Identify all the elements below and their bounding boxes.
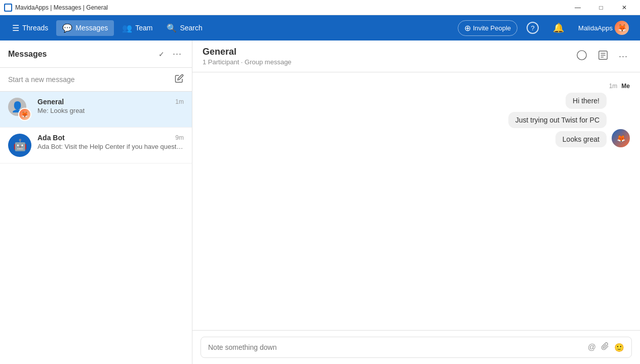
avatar-stack-general: 👤 🦊 <box>8 98 31 121</box>
main-layout: Messages ✓ ··· Start a new message 👤 🦊 <box>0 41 640 364</box>
message-bubble-3: Looks great <box>555 131 607 147</box>
conv-time-ada-bot: 9m <box>175 134 184 141</box>
title-bar-left: MavidaApps | Messages | General <box>4 4 108 12</box>
more-options-icon[interactable]: ··· <box>171 47 184 61</box>
sidebar-header-actions: ✓ ··· <box>156 47 184 61</box>
conv-name-general: General <box>37 98 64 106</box>
threads-icon: ☰ <box>12 23 19 33</box>
nav-right: ⊕ Invite People ? 🔔 MalidaApps 🦊 <box>458 18 634 38</box>
plus-icon: ⊕ <box>464 23 471 33</box>
new-message-row[interactable]: Start a new message <box>0 68 192 92</box>
title-bar: MavidaApps | Messages | General — □ ✕ <box>0 0 640 15</box>
user-avatar: 🦊 <box>615 21 629 35</box>
nav-label-team: Team <box>135 24 152 32</box>
nav-item-search[interactable]: 🔍 Search <box>161 20 208 36</box>
compose-icon <box>175 74 184 85</box>
user-avatar-chat: 🦊 <box>612 129 630 147</box>
chat-input-area: @ 🙂 <box>192 330 640 364</box>
nav-item-threads[interactable]: ☰ Threads <box>6 20 54 36</box>
message-input-box: @ 🙂 <box>201 337 632 358</box>
conv-preview-general: Me: Looks great <box>37 107 184 114</box>
help-icon: ? <box>527 22 539 34</box>
sidebar: Messages ✓ ··· Start a new message 👤 🦊 <box>0 41 192 364</box>
emoji-icon[interactable]: 🙂 <box>614 343 624 352</box>
title-bar-controls: — □ ✕ <box>566 0 636 15</box>
avatar-sub-general: 🦊 <box>18 108 31 121</box>
minimize-button[interactable]: — <box>566 0 589 15</box>
notifications-button[interactable]: 🔔 <box>548 19 569 36</box>
bell-icon: 🔔 <box>553 22 564 33</box>
messages-area: 1m Me Hi there! Just trying out Twist fo… <box>192 72 640 330</box>
chat-subtitle: 1 Participant · Group message <box>203 58 292 66</box>
window-title: MavidaApps | Messages | General <box>15 4 108 11</box>
team-icon: 👥 <box>122 23 132 33</box>
conv-preview-ada-bot: Ada Bot: Visit the Help Center if you ha… <box>37 143 184 150</box>
attachment-icon[interactable] <box>601 342 609 352</box>
chat-title: General <box>203 47 292 57</box>
message-sender: Me <box>621 83 630 90</box>
chat-header-left: General 1 Participant · Group message <box>203 47 292 66</box>
messages-list: Hi there! Just trying out Twist for PC L… <box>508 93 607 147</box>
nav-label-search: Search <box>180 24 202 32</box>
mark-read-icon[interactable]: ✓ <box>156 48 167 60</box>
username-label: MalidaApps <box>578 24 613 32</box>
nav-label-messages: Messages <box>75 24 108 32</box>
conversation-item-ada-bot[interactable]: 🤖 Ada Bot 9m Ada Bot: Visit the Help Cen… <box>0 128 192 164</box>
conv-name-ada-bot: Ada Bot <box>37 134 65 142</box>
search-icon: 🔍 <box>167 23 177 33</box>
message-bubble-2: Just trying out Twist for PC <box>508 112 607 128</box>
invite-people-label: Invite People <box>473 24 511 32</box>
conversation-item-general[interactable]: 👤 🦊 General 1m Me: Looks great <box>0 92 192 128</box>
message-meta: 1m Me <box>609 83 630 90</box>
participants-icon[interactable] <box>574 48 589 65</box>
mention-icon[interactable]: @ <box>588 343 596 352</box>
message-group-me: 1m Me Hi there! Just trying out Twist fo… <box>203 83 630 147</box>
nav-bar: ☰ Threads 💬 Messages 👥 Team 🔍 Search ⊕ I… <box>0 15 640 41</box>
message-bubble-1: Hi there! <box>566 93 607 109</box>
conv-info-general: General 1m Me: Looks great <box>37 98 184 114</box>
conv-top-ada-bot: Ada Bot 9m <box>37 134 184 142</box>
maximize-button[interactable]: □ <box>589 0 613 15</box>
new-message-placeholder: Start a new message <box>8 75 75 84</box>
nav-item-team[interactable]: 👥 Team <box>116 20 158 36</box>
app-icon <box>4 4 12 12</box>
more-options-chat-icon[interactable]: ··· <box>617 49 630 64</box>
user-menu[interactable]: MalidaApps 🦊 <box>573 18 634 38</box>
conv-info-ada-bot: Ada Bot 9m Ada Bot: Visit the Help Cente… <box>37 134 184 150</box>
close-button[interactable]: ✕ <box>613 0 636 15</box>
message-row: Hi there! Just trying out Twist for PC L… <box>508 93 630 147</box>
svg-point-1 <box>577 50 586 59</box>
chat-area: General 1 Participant · Group message <box>192 41 640 364</box>
nav-item-messages[interactable]: 💬 Messages <box>56 20 114 36</box>
svg-rect-0 <box>5 5 11 11</box>
nav-left: ☰ Threads 💬 Messages 👥 Team 🔍 Search <box>6 20 209 36</box>
chat-header-right: ··· <box>574 48 630 65</box>
invite-people-button[interactable]: ⊕ Invite People <box>458 20 517 36</box>
input-actions: @ 🙂 <box>588 342 624 352</box>
help-button[interactable]: ? <box>522 19 544 37</box>
sidebar-title: Messages <box>8 50 47 59</box>
nav-label-threads: Threads <box>22 24 48 32</box>
message-time: 1m <box>609 83 618 90</box>
sidebar-header: Messages ✓ ··· <box>0 41 192 68</box>
notes-icon[interactable] <box>595 48 611 65</box>
messages-icon: 💬 <box>62 23 72 33</box>
avatar-ada-bot: 🤖 <box>8 134 31 157</box>
message-input[interactable] <box>208 343 588 351</box>
conv-top-general: General 1m <box>37 98 184 106</box>
chat-header: General 1 Participant · Group message <box>192 41 640 72</box>
conv-time-general: 1m <box>175 98 184 105</box>
